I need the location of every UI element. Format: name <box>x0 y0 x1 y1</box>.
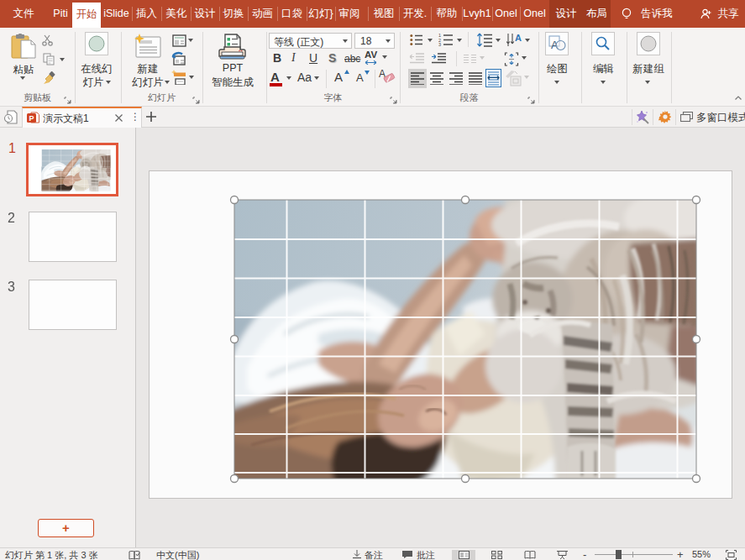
svg-text:A: A <box>515 33 522 43</box>
svg-text:3: 3 <box>438 42 441 46</box>
svg-text:P: P <box>29 114 34 123</box>
